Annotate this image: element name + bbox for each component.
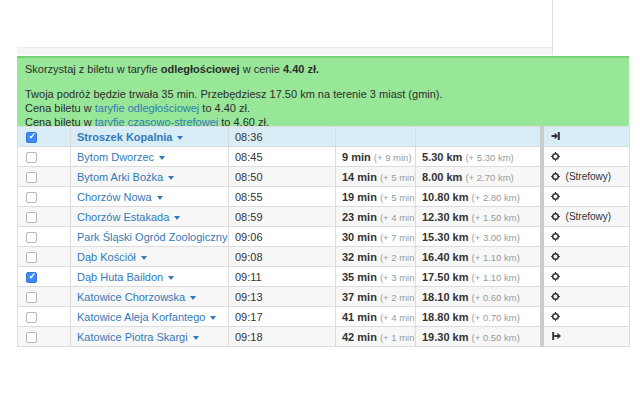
stop-name-cell: Chorzów Estakada [71, 207, 229, 227]
stop-name-link[interactable]: Bytom Dworzec [77, 151, 154, 163]
stop-checkbox[interactable] [26, 232, 37, 243]
duration-value: 35 min [342, 271, 377, 283]
stop-name-cell: Park Śląski Ogród Zoologiczny [71, 227, 229, 247]
checkbox-cell [18, 227, 71, 247]
stop-name-link[interactable]: Katowice Chorzowska [77, 291, 185, 303]
distance-delta: (+ 5.30 km) [465, 152, 513, 163]
chevron-down-icon[interactable] [174, 216, 180, 220]
fare-banner: Skorzystaj z biletu w taryfie odległości… [17, 56, 629, 126]
duration-cell: 14 min (+ 5 min) [336, 167, 416, 187]
stop-name-link[interactable]: Bytom Arki Bożka [77, 171, 163, 183]
zone-note: (Strefowy) [566, 171, 612, 182]
distance-cell: 19.30 km (+ 0.50 km) [416, 327, 542, 347]
distance-value: 17.50 km [422, 271, 468, 283]
intermediate-stop-icon [551, 251, 560, 263]
distance-value: 10.80 km [422, 191, 468, 203]
duration-cell: 9 min (+ 9 min) [336, 147, 416, 167]
duration-cell: 35 min (+ 3 min) [336, 267, 416, 287]
distance-value: 15.30 km [422, 231, 468, 243]
stop-checkbox[interactable] [26, 152, 37, 163]
duration-value: 19 min [342, 191, 377, 203]
stop-name-link[interactable]: Chorzów Estakada [77, 211, 169, 223]
stop-name-cell: Katowice Chorzowska [71, 287, 229, 307]
time-cell: 09:11 [229, 267, 336, 287]
time-cell: 08:59 [229, 207, 336, 227]
stop-type-cell [542, 187, 630, 207]
stop-name-cell: Bytom Arki Bożka [71, 167, 229, 187]
distance-tariff-link[interactable]: taryfie odległościowej [95, 102, 200, 114]
stop-name-link[interactable]: Park Śląski Ogród Zoologiczny [77, 231, 227, 243]
stop-checkbox[interactable] [26, 332, 37, 343]
chevron-down-icon[interactable] [141, 256, 147, 260]
checkbox-cell [18, 167, 71, 187]
duration-delta: (+ 2 min) [380, 292, 416, 303]
time-cell: 08:45 [229, 147, 336, 167]
time-cell: 08:50 [229, 167, 336, 187]
stop-checkbox[interactable] [26, 272, 37, 283]
chevron-down-icon[interactable] [157, 196, 163, 200]
chevron-down-icon[interactable] [193, 336, 199, 340]
distance-delta: (+ 2.80 km) [472, 192, 520, 203]
duration-delta: (+ 4 min) [380, 212, 416, 223]
distance-cell [416, 127, 542, 147]
stop-name-link[interactable]: Dąb Kościół [77, 251, 136, 263]
stop-checkbox[interactable] [26, 132, 37, 143]
stop-name-link[interactable]: Katowice Piotra Skargi [77, 331, 188, 343]
time-cell: 09:18 [229, 327, 336, 347]
stop-checkbox[interactable] [26, 292, 37, 303]
distance-cell: 8.00 km (+ 2.70 km) [416, 167, 542, 187]
departure-time: 08:55 [235, 191, 263, 203]
chevron-down-icon[interactable] [168, 176, 174, 180]
table-row: Katowice Aleja Korfantego 09:17 41 min (… [18, 307, 630, 327]
stop-checkbox[interactable] [26, 252, 37, 263]
trip-summary: Twoja podróż będzie trwała 35 min. Przeb… [25, 88, 621, 101]
fare-reco-text: Skorzystaj z biletu w taryfie [25, 63, 161, 75]
duration-value: 9 min [342, 151, 371, 163]
distance-delta: (+ 0.50 km) [472, 332, 520, 343]
distance-value: 16.40 km [422, 251, 468, 263]
table-row: Katowice Piotra Skargi 09:18 42 min (+ 1… [18, 327, 630, 347]
checkbox-cell [18, 207, 71, 227]
distance-delta: (+ 2.70 km) [465, 172, 513, 183]
distance-delta: (+ 1.10 km) [472, 252, 520, 263]
stop-type-cell [542, 307, 630, 327]
chevron-down-icon[interactable] [210, 316, 216, 320]
alight-icon [551, 331, 561, 343]
stop-checkbox[interactable] [26, 312, 37, 323]
duration-delta: (+ 3 min) [380, 272, 416, 283]
stop-name-link[interactable]: Katowice Aleja Korfantego [77, 311, 205, 323]
checkbox-cell [18, 187, 71, 207]
fare-reco-mid: w cenie [240, 63, 283, 75]
duration-delta: (+ 2 min) [380, 252, 416, 263]
distance-cell: 18.10 km (+ 0.60 km) [416, 287, 542, 307]
stop-checkbox[interactable] [26, 212, 37, 223]
distance-value: 18.10 km [422, 291, 468, 303]
stop-name-link[interactable]: Stroszek Kopalnia [77, 131, 172, 143]
stop-name-cell: Bytom Dworzec [71, 147, 229, 167]
stop-type-cell [542, 127, 630, 147]
stop-type-cell [542, 147, 630, 167]
stop-type-cell: (Strefowy) [542, 167, 630, 187]
panel-footer-strip [17, 47, 552, 55]
duration-cell: 42 min (+ 1 min) [336, 327, 416, 347]
chevron-down-icon[interactable] [168, 276, 174, 280]
intermediate-stop-icon [551, 191, 560, 203]
board-icon [551, 131, 561, 143]
stop-name-cell: Katowice Piotra Skargi [71, 327, 229, 347]
checkbox-cell [18, 327, 71, 347]
stop-name-link[interactable]: Chorzów Nowa [77, 191, 152, 203]
stop-name-link[interactable]: Dąb Huta Baildon [77, 271, 163, 283]
chevron-down-icon[interactable] [159, 156, 165, 160]
distance-cell: 18.80 km (+ 0.70 km) [416, 307, 542, 327]
departure-time: 08:36 [235, 131, 263, 143]
stop-checkbox[interactable] [26, 192, 37, 203]
chevron-down-icon[interactable] [177, 136, 183, 140]
stop-checkbox[interactable] [26, 172, 37, 183]
chevron-down-icon[interactable] [190, 296, 196, 300]
stop-type-cell [542, 267, 630, 287]
table-row: Chorzów Estakada 08:59 23 min (+ 4 min) … [18, 207, 630, 227]
distance-delta: (+ 1.50 km) [472, 212, 520, 223]
duration-cell: 37 min (+ 2 min) [336, 287, 416, 307]
departure-time: 09:11 [235, 271, 262, 283]
intermediate-stop-icon [551, 151, 560, 163]
